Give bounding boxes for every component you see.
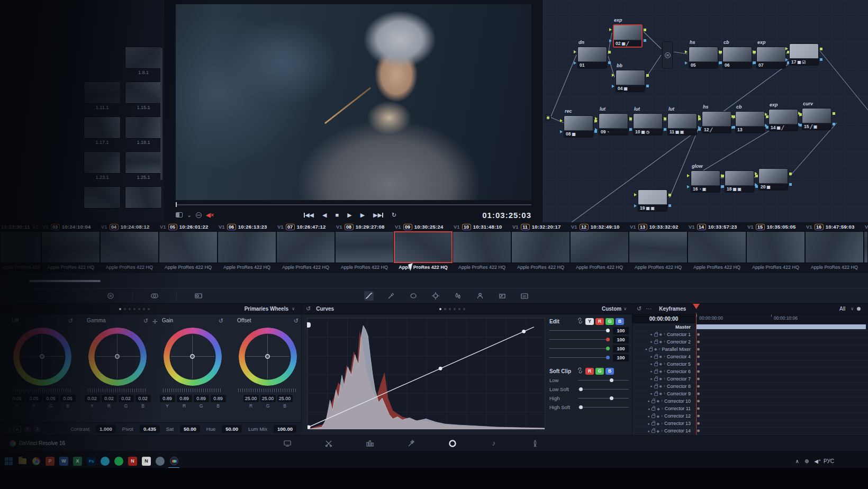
clip-thumbnail[interactable] <box>218 231 276 263</box>
network-icon[interactable]: ⊕ <box>804 458 809 464</box>
clip-thumbnail[interactable] <box>688 231 746 263</box>
enable-dot-icon[interactable]: ● <box>647 399 649 403</box>
wheel-ring[interactable] <box>239 328 297 386</box>
keyframe-diamond-icon[interactable]: ◆ <box>659 332 662 336</box>
node-01[interactable]: dn01 <box>577 47 607 69</box>
node-input-port[interactable] <box>687 174 690 177</box>
node-06[interactable]: cb06 <box>722 47 752 69</box>
gallery-still[interactable]: 1.25.1 <box>125 151 162 180</box>
node-input-port[interactable] <box>785 47 788 50</box>
clip-thumbnail[interactable] <box>0 231 41 263</box>
node-output-port[interactable] <box>820 58 822 61</box>
lock-icon[interactable] <box>654 356 658 359</box>
node-14[interactable]: exp14▦╱ <box>768 109 798 131</box>
track-lane[interactable] <box>695 375 868 382</box>
track-lane[interactable] <box>695 397 868 404</box>
track-lane[interactable] <box>695 331 868 338</box>
node-11[interactable]: lut11▦▣ <box>667 113 697 135</box>
pager-dot[interactable] <box>124 308 126 310</box>
node-input-port[interactable] <box>685 50 688 53</box>
wheel-value[interactable]: 0.89 <box>211 395 226 402</box>
loop-button[interactable]: ↻ <box>392 212 396 219</box>
pager-dot[interactable] <box>449 308 451 310</box>
keyframe-dot[interactable] <box>697 348 700 350</box>
timeline-clip-lead[interactable]: 10:23:30:11V1Apple ProRes 422 HQ <box>0 222 41 272</box>
timeline-clip-16[interactable]: V11610:47:59:03Apple ProRes 422 HQ <box>805 222 864 272</box>
wheels-pager-dots[interactable] <box>119 308 150 310</box>
edit-page-icon[interactable] <box>363 437 377 450</box>
keyframe-dot[interactable] <box>697 385 700 387</box>
chevron-down-icon[interactable]: ⌄ <box>187 212 192 219</box>
wheel-value[interactable]: 0.89 <box>194 395 209 402</box>
expand-chevron-icon[interactable]: › <box>658 347 660 351</box>
expand-chevron-icon[interactable]: › <box>664 361 665 366</box>
still-thumbnail[interactable] <box>125 47 162 69</box>
wheel-center-handle[interactable] <box>190 354 195 359</box>
node-02[interactable]: exp02▦╱ <box>613 24 643 48</box>
high-soft-slider[interactable]: High Soft <box>549 403 629 412</box>
expand-chevron-icon[interactable]: › <box>664 332 665 337</box>
slider-value[interactable]: 100 <box>613 354 629 361</box>
still-thumbnail[interactable] <box>84 82 121 104</box>
still-thumbnail[interactable] <box>84 116 121 139</box>
slider-value[interactable]: 100 <box>613 345 629 352</box>
keyframe-diamond-icon[interactable]: ◆ <box>659 392 662 395</box>
node-input-port[interactable] <box>629 128 632 131</box>
pager-dot[interactable] <box>138 308 140 310</box>
channel-slider-R[interactable]: 100 <box>549 335 629 344</box>
wheels-palette-icon[interactable] <box>194 291 203 301</box>
timeline-clip-11[interactable]: V11110:32:20:17Apple ProRes 422 HQ <box>511 222 570 272</box>
timeline-clip-06[interactable]: V10610:26:13:23Apple ProRes 422 HQ <box>218 222 276 272</box>
expand-chevron-icon[interactable]: › <box>661 399 663 403</box>
taskbar-app-netflix[interactable]: N <box>128 457 137 466</box>
keyframe-dot[interactable] <box>697 400 700 402</box>
pager-dot[interactable] <box>133 308 135 310</box>
reset-icon[interactable]: ↺ <box>294 318 299 324</box>
pivot-value[interactable]: 0.435 <box>140 425 160 433</box>
clip-number[interactable]: 11 <box>521 224 530 230</box>
clip-thumbnail[interactable] <box>100 231 159 263</box>
wheel-value[interactable]: 0.05 <box>60 395 76 402</box>
node-input-port[interactable] <box>755 172 757 175</box>
keyframe-track-corrector-5[interactable]: ●◆›Corrector 5 <box>632 360 868 368</box>
keyframe-diamond-icon[interactable]: ◆ <box>657 399 659 403</box>
node-16[interactable]: glow16◔▣ <box>691 170 720 193</box>
node-output-port[interactable] <box>668 194 671 196</box>
slider-knob[interactable] <box>606 356 610 359</box>
enable-dot-icon[interactable]: ● <box>650 362 652 366</box>
slider-knob[interactable] <box>579 405 583 409</box>
clip-thumbnail[interactable] <box>335 231 394 263</box>
wheel-value[interactable]: 25.00 <box>243 395 259 402</box>
window-icon[interactable] <box>409 291 418 301</box>
expand-chevron-icon[interactable]: › <box>661 429 663 433</box>
low-soft-slider[interactable]: Low Soft <box>549 385 629 394</box>
expand-chevron-icon[interactable]: › <box>664 391 665 396</box>
timeline-clip-1[interactable]: V11 <box>864 222 868 272</box>
track-lane[interactable] <box>695 413 868 420</box>
enable-dot-icon[interactable]: ● <box>650 369 652 373</box>
track-lane[interactable] <box>695 390 868 397</box>
auto-label[interactable]: A <box>14 426 21 432</box>
taskbar-app-word[interactable]: W <box>59 457 68 466</box>
enable-dot-icon[interactable]: ● <box>650 377 652 381</box>
keyframe-diamond-icon[interactable]: ◆ <box>657 429 659 433</box>
keyframe-dot[interactable] <box>697 340 700 343</box>
taskbar-app-photoshop[interactable]: Ps <box>87 457 96 466</box>
lock-icon[interactable] <box>654 393 658 396</box>
node-input-port[interactable] <box>765 113 767 116</box>
enable-dot-icon[interactable]: ● <box>648 407 650 411</box>
keyframe-track-parallel-mixer[interactable]: ●◆›Parallel Mixer <box>632 346 868 353</box>
qualifier-icon[interactable] <box>386 291 396 301</box>
node-output-port[interactable] <box>608 51 611 53</box>
keyframe-diamond-icon[interactable]: ◆ <box>657 414 659 418</box>
gallery-still[interactable]: 1.18.1 <box>125 116 162 145</box>
node-input-port[interactable] <box>721 174 724 177</box>
keyframe-dot[interactable] <box>697 422 700 425</box>
play-button[interactable]: ▶ <box>347 212 351 219</box>
media-page-icon[interactable] <box>281 437 294 450</box>
taskbar-app-notion[interactable]: N <box>142 457 151 466</box>
keyframe-diamond-icon[interactable]: ◆ <box>659 355 662 358</box>
node-output-port[interactable] <box>833 112 835 115</box>
keyframe-track-corrector-11[interactable]: ●◆›Corrector 11 <box>632 405 868 413</box>
keyframe-track-corrector-13[interactable]: ●◆›Corrector 13 <box>632 420 868 428</box>
